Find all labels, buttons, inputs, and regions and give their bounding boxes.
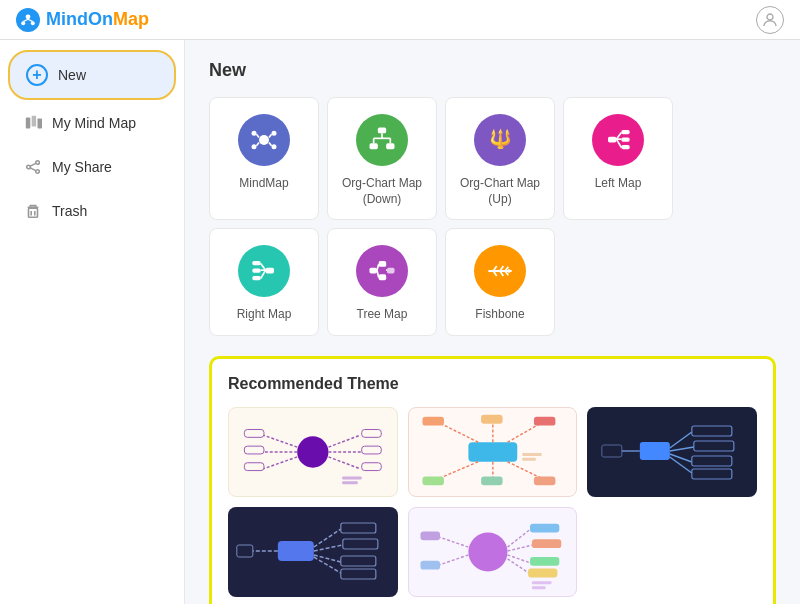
- sidebar-item-trash[interactable]: Trash: [8, 190, 176, 232]
- svg-rect-98: [692, 426, 732, 436]
- svg-line-47: [261, 270, 266, 278]
- svg-line-106: [314, 545, 343, 551]
- svg-rect-123: [528, 568, 557, 577]
- svg-rect-75: [362, 463, 382, 471]
- sidebar-item-my-share[interactable]: My Share: [8, 146, 176, 188]
- svg-rect-71: [244, 446, 264, 454]
- svg-rect-8: [38, 119, 43, 129]
- app-body: + New My Mind Map: [0, 40, 800, 604]
- main-content: New MindM: [185, 40, 800, 604]
- svg-line-53: [377, 270, 379, 278]
- svg-line-22: [257, 134, 260, 137]
- sidebar-item-my-share-label: My Share: [52, 159, 112, 175]
- svg-line-12: [30, 163, 35, 166]
- svg-rect-74: [362, 446, 382, 454]
- svg-rect-112: [341, 556, 376, 566]
- svg-rect-6: [26, 118, 31, 129]
- svg-rect-102: [602, 445, 622, 457]
- org-chart-up-icon: 🔱: [474, 114, 526, 166]
- svg-line-96: [670, 454, 692, 462]
- svg-rect-76: [342, 476, 362, 479]
- logo-icon: [16, 8, 40, 32]
- svg-rect-70: [244, 429, 264, 437]
- section-title: New: [209, 60, 776, 81]
- svg-line-82: [439, 462, 478, 479]
- svg-rect-44: [266, 268, 274, 274]
- map-card-mindmap[interactable]: MindMap: [209, 97, 319, 220]
- map-card-left-map[interactable]: Left Map: [563, 97, 673, 220]
- mindmap-label: MindMap: [239, 176, 288, 192]
- map-card-fishbone[interactable]: Fishbone: [445, 228, 555, 336]
- svg-rect-89: [481, 476, 503, 485]
- svg-rect-110: [341, 523, 376, 533]
- left-map-label: Left Map: [595, 176, 642, 192]
- theme-card-1[interactable]: [228, 407, 398, 497]
- svg-line-38: [616, 133, 621, 140]
- svg-rect-41: [252, 261, 260, 265]
- svg-rect-34: [621, 130, 629, 134]
- svg-point-21: [272, 144, 277, 149]
- svg-rect-87: [534, 417, 556, 426]
- svg-rect-111: [343, 539, 378, 549]
- sidebar-item-new[interactable]: + New: [8, 50, 176, 100]
- svg-line-25: [269, 143, 272, 146]
- svg-point-10: [27, 165, 31, 169]
- fishbone-label: Fishbone: [475, 307, 524, 323]
- svg-point-63: [297, 436, 328, 467]
- svg-line-40: [616, 139, 621, 147]
- svg-line-95: [670, 447, 694, 451]
- svg-rect-36: [621, 145, 629, 149]
- theme-card-2[interactable]: [408, 407, 578, 497]
- svg-rect-120: [530, 523, 559, 532]
- svg-line-4: [28, 19, 33, 21]
- svg-rect-126: [420, 531, 440, 540]
- map-card-tree-map[interactable]: Tree Map: [327, 228, 437, 336]
- sidebar-item-my-mind-map[interactable]: My Mind Map: [8, 102, 176, 144]
- svg-rect-85: [422, 417, 444, 426]
- svg-text:🔱: 🔱: [489, 128, 512, 150]
- right-map-label: Right Map: [237, 307, 292, 323]
- map-card-org-chart-down[interactable]: Org-Chart Map(Down): [327, 97, 437, 220]
- svg-rect-72: [244, 463, 264, 471]
- share-icon: [24, 158, 42, 176]
- map-card-right-map[interactable]: Right Map: [209, 228, 319, 336]
- header: MindOnMap: [0, 0, 800, 40]
- svg-line-108: [314, 557, 341, 573]
- svg-line-64: [264, 435, 297, 447]
- svg-point-19: [252, 144, 257, 149]
- svg-line-107: [314, 555, 341, 562]
- svg-rect-101: [692, 469, 732, 479]
- svg-marker-62: [508, 269, 511, 274]
- svg-line-119: [507, 559, 528, 573]
- svg-rect-88: [422, 476, 444, 485]
- svg-point-17: [259, 135, 269, 145]
- svg-line-105: [314, 529, 341, 547]
- theme-card-4[interactable]: [228, 507, 398, 597]
- svg-rect-35: [621, 138, 629, 142]
- user-avatar-icon[interactable]: [756, 6, 784, 34]
- svg-line-94: [670, 432, 692, 448]
- logo: MindOnMap: [16, 8, 149, 32]
- svg-line-66: [264, 457, 297, 469]
- svg-line-116: [507, 529, 529, 547]
- theme-card-5[interactable]: [408, 507, 578, 597]
- sidebar-item-new-label: New: [58, 67, 86, 83]
- svg-rect-92: [522, 458, 536, 461]
- svg-line-67: [328, 435, 359, 447]
- svg-line-84: [507, 462, 541, 479]
- theme-card-3[interactable]: [587, 407, 757, 497]
- svg-rect-37: [608, 137, 616, 143]
- svg-line-24: [269, 134, 272, 137]
- svg-point-0: [26, 14, 31, 19]
- svg-point-115: [468, 532, 507, 571]
- svg-rect-127: [420, 561, 440, 570]
- mindmap-icon: [238, 114, 290, 166]
- svg-line-81: [507, 422, 541, 442]
- svg-line-69: [328, 457, 359, 469]
- map-card-org-chart-up[interactable]: 🔱 Org-Chart Map (Up): [445, 97, 555, 220]
- svg-rect-122: [530, 557, 559, 566]
- svg-rect-42: [252, 269, 260, 273]
- svg-point-18: [252, 131, 257, 136]
- svg-point-5: [767, 14, 773, 20]
- svg-point-9: [36, 161, 40, 165]
